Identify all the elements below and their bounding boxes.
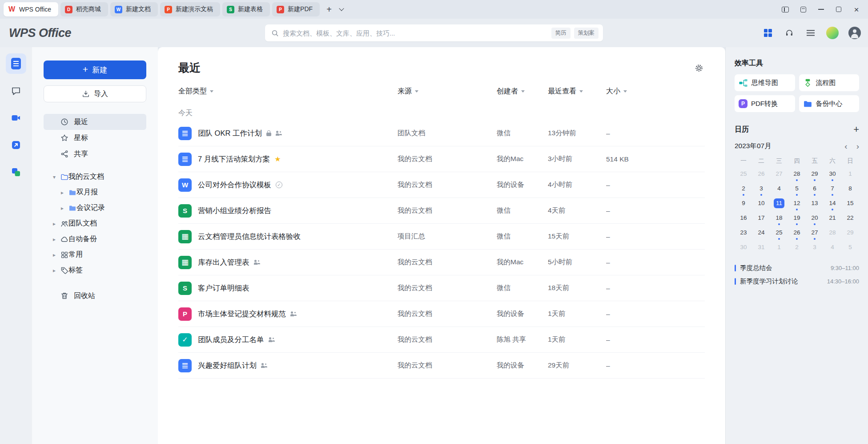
- apps-grid-button[interactable]: [762, 27, 774, 39]
- rail-transfer-button[interactable]: [6, 135, 26, 155]
- search-tag-plan[interactable]: 策划案: [574, 28, 599, 39]
- global-menu-button[interactable]: [805, 27, 816, 39]
- caret-right-icon[interactable]: ▸: [48, 267, 60, 274]
- caret-right-icon[interactable]: ▸: [48, 221, 60, 227]
- sidebar-item-trash[interactable]: 回收站: [44, 288, 146, 304]
- calendar-prev-button[interactable]: ‹: [844, 142, 847, 150]
- search-bar[interactable]: 简历 策划案: [265, 24, 603, 41]
- file-row[interactable]: 兴趣爱好组队计划 我的云文档 我的设备 29天前 –: [178, 353, 705, 379]
- calendar-day[interactable]: 20: [806, 212, 824, 226]
- close-button[interactable]: ×: [848, 3, 864, 16]
- calendar-day[interactable]: 18: [770, 212, 788, 226]
- maximize-button[interactable]: [831, 3, 847, 16]
- calendar-day[interactable]: 28: [788, 168, 806, 182]
- filter-type[interactable]: 全部类型: [178, 87, 398, 96]
- import-button[interactable]: 导入: [44, 85, 146, 102]
- calendar-day[interactable]: 27: [806, 226, 824, 241]
- sidebar-item-starred[interactable]: 星标: [44, 130, 146, 146]
- workspace-button[interactable]: [795, 3, 811, 16]
- add-event-button[interactable]: +: [853, 125, 859, 134]
- calendar-day[interactable]: 27: [770, 168, 788, 182]
- tab-list-dropdown-button[interactable]: [336, 3, 347, 16]
- window-tab[interactable]: 新建演示文稿: [160, 2, 220, 16]
- calendar-day[interactable]: 17: [752, 212, 770, 226]
- calendar-day[interactable]: 21: [824, 212, 841, 226]
- calendar-day[interactable]: 5: [788, 182, 806, 197]
- sidebar-item-auto-backup[interactable]: ▸ 自动备份: [44, 231, 146, 247]
- file-row[interactable]: 团队 OKR 工作计划 团队文档 微信 13分钟前 –: [178, 121, 705, 146]
- sidebar-item-meeting-notes[interactable]: ▸ 会议记录: [44, 200, 146, 216]
- caret-down-icon[interactable]: ▾: [48, 174, 60, 180]
- window-tab[interactable]: WPS Office: [4, 2, 58, 16]
- calendar-day[interactable]: 14: [824, 197, 841, 212]
- calendar-day[interactable]: 10: [752, 197, 770, 212]
- calendar-day[interactable]: 30: [824, 168, 841, 182]
- calendar-day[interactable]: 11: [770, 197, 788, 212]
- filter-source[interactable]: 来源: [398, 87, 497, 96]
- calendar-day[interactable]: 31: [752, 241, 770, 256]
- list-settings-button[interactable]: [693, 62, 705, 74]
- calendar-day[interactable]: 9: [735, 197, 752, 212]
- calendar-day[interactable]: 2: [735, 182, 752, 197]
- caret-right-icon[interactable]: ▸: [56, 190, 68, 196]
- calendar-day[interactable]: 26: [788, 226, 806, 241]
- membership-avatar[interactable]: [826, 27, 839, 39]
- rail-chat-button[interactable]: [6, 81, 26, 101]
- new-tab-button[interactable]: +: [322, 3, 336, 16]
- window-tab[interactable]: 稻壳商城: [60, 2, 108, 16]
- calendar-day[interactable]: 19: [788, 212, 806, 226]
- search-input[interactable]: [283, 29, 548, 37]
- caret-right-icon[interactable]: ▸: [48, 236, 60, 242]
- calendar-day[interactable]: 22: [841, 212, 859, 226]
- calendar-day[interactable]: 7: [824, 182, 841, 197]
- event-row[interactable]: 新季度学习计划讨论 14:30–16:00: [735, 274, 859, 288]
- calendar-day[interactable]: 8: [841, 182, 859, 197]
- calendar-next-button[interactable]: ›: [856, 142, 859, 150]
- calendar-day[interactable]: 26: [752, 168, 770, 182]
- sidebar-item-shared[interactable]: 共享: [44, 146, 146, 162]
- search-tag-resume[interactable]: 简历: [551, 28, 571, 39]
- calendar-day[interactable]: 24: [752, 226, 770, 241]
- sidebar-item-bimonthly-report[interactable]: ▸ 双月报: [44, 185, 146, 200]
- caret-right-icon[interactable]: ▸: [48, 252, 60, 258]
- calendar-day[interactable]: 4: [770, 182, 788, 197]
- calendar-day[interactable]: 25: [735, 168, 752, 182]
- tool-mindmap[interactable]: 思维导图: [735, 74, 795, 91]
- rail-docs-button[interactable]: [6, 53, 26, 74]
- window-tab[interactable]: 新建表格: [222, 2, 270, 16]
- sidebar-item-recent[interactable]: 最近: [44, 114, 146, 130]
- calendar-day[interactable]: 6: [806, 182, 824, 197]
- sidebar-item-tags[interactable]: ▸ 标签: [44, 262, 146, 278]
- sidebar-item-frequent[interactable]: ▸ 常用: [44, 247, 146, 262]
- user-avatar[interactable]: [848, 27, 861, 39]
- tool-pdf-convert[interactable]: PDF转换: [735, 95, 795, 112]
- support-button[interactable]: [784, 27, 795, 39]
- calendar-day[interactable]: 29: [841, 226, 859, 241]
- file-row[interactable]: 营销小组业绩分析报告 我的云文档 微信 4天前 –: [178, 198, 705, 224]
- rail-apps-button[interactable]: [6, 162, 26, 182]
- file-row[interactable]: 7 月线下活动策划方案 我的云文档 我的Mac 3小时前 514 KB: [178, 146, 705, 172]
- calendar-day[interactable]: 5: [841, 241, 859, 256]
- minimize-button[interactable]: [813, 3, 829, 16]
- calendar-day[interactable]: 30: [735, 241, 752, 256]
- calendar-day[interactable]: 13: [806, 197, 824, 212]
- file-row[interactable]: 库存出入管理表 我的云文档 我的Mac 5小时前 –: [178, 250, 705, 275]
- filter-creator[interactable]: 创建者: [497, 87, 548, 96]
- calendar-day[interactable]: 1: [841, 168, 859, 182]
- new-document-button[interactable]: + 新建: [44, 61, 146, 79]
- calendar-day[interactable]: 25: [770, 226, 788, 241]
- window-tab[interactable]: 新建文档: [110, 2, 158, 16]
- layout-toggle-button[interactable]: [777, 3, 793, 16]
- filter-viewed[interactable]: 最近查看: [548, 87, 606, 96]
- calendar-day[interactable]: 29: [806, 168, 824, 182]
- calendar-day[interactable]: 4: [824, 241, 841, 256]
- file-row[interactable]: 市场主体登记提交材料规范 我的云文档 我的设备 1天前 –: [178, 301, 705, 327]
- tool-backup-center[interactable]: 备份中心: [799, 95, 860, 112]
- tool-flowchart[interactable]: 流程图: [799, 74, 860, 91]
- event-row[interactable]: 季度总结会 9:30–11:00: [735, 261, 859, 274]
- caret-right-icon[interactable]: ▸: [56, 205, 68, 211]
- sidebar-item-my-cloud-docs[interactable]: ▾ 我的云文档: [44, 169, 146, 185]
- calendar-day[interactable]: 12: [788, 197, 806, 212]
- calendar-day[interactable]: 3: [752, 182, 770, 197]
- calendar-day[interactable]: 2: [788, 241, 806, 256]
